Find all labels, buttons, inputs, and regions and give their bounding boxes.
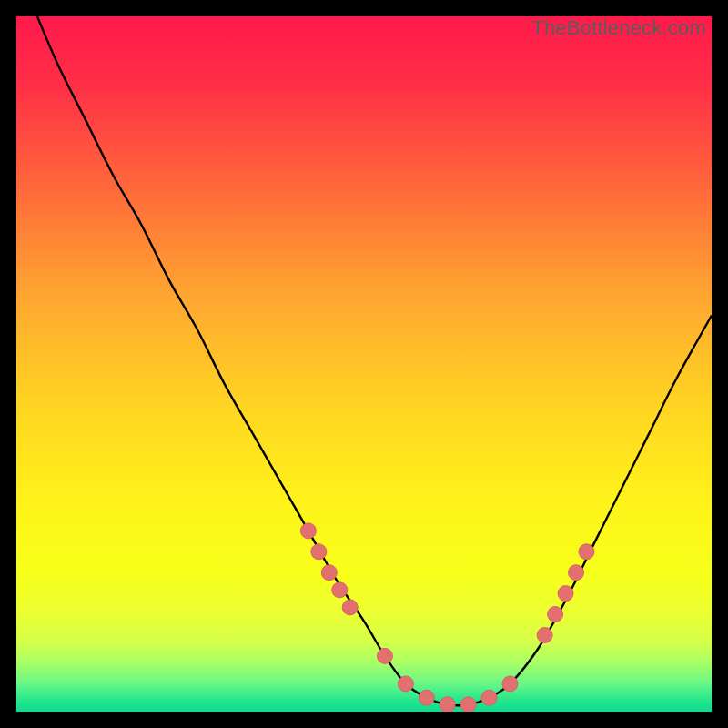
marker-dot: [548, 607, 563, 622]
gradient-background: [16, 16, 712, 712]
watermark-text: TheBottleneck.com: [531, 16, 706, 40]
marker-dot: [537, 627, 552, 642]
marker-dot: [502, 676, 518, 692]
marker-dot: [342, 600, 358, 615]
marker-dot: [440, 697, 455, 712]
marker-dot: [419, 690, 434, 705]
marker-dot: [579, 544, 594, 560]
marker-dot: [332, 582, 348, 598]
marker-dot: [481, 690, 497, 705]
marker-dot: [377, 648, 392, 663]
marker-dot: [321, 565, 337, 581]
marker-dot: [311, 544, 327, 560]
chart-frame: TheBottleneck.com: [16, 16, 712, 712]
marker-dot: [558, 586, 573, 602]
marker-dot: [398, 676, 413, 692]
bottleneck-chart: [16, 16, 712, 712]
marker-dot: [569, 565, 584, 581]
marker-dot: [300, 523, 316, 539]
marker-dot: [460, 697, 476, 712]
